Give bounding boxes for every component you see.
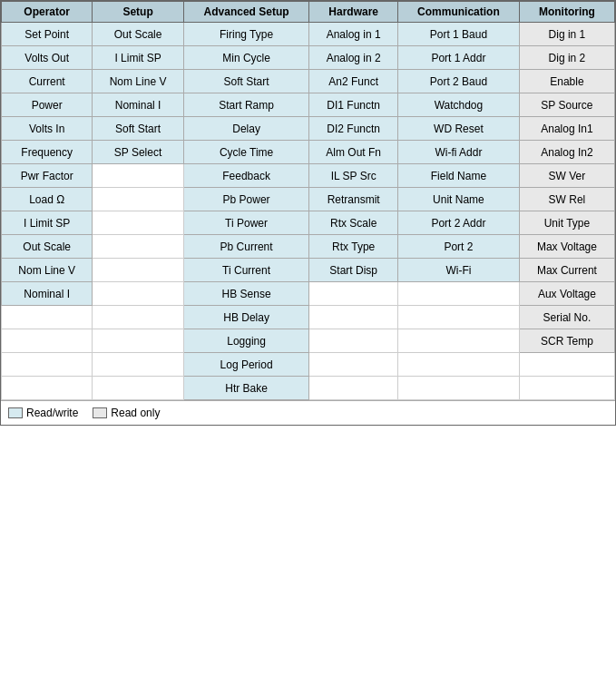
table-row: Nominal IHB SenseAux Voltage (2, 282, 615, 306)
table-cell (93, 164, 183, 188)
header-communication: Communication (397, 2, 519, 23)
table-cell: Rtx Type (309, 235, 398, 259)
table-row: Volts OutI Limit SPMin CycleAnalog in 2P… (2, 46, 615, 70)
table-cell: Serial No. (519, 306, 614, 329)
table-cell (93, 353, 183, 377)
table-cell: Port 2 (397, 235, 519, 259)
table-cell: Unit Name (397, 188, 519, 211)
table-cell: Analog In2 (519, 141, 614, 164)
header-monitoring: Monitoring (519, 2, 614, 23)
table-cell: I Limit SP (2, 211, 93, 235)
table-cell: Firing Type (183, 23, 309, 46)
table-cell: DI1 Functn (309, 93, 398, 117)
table-cell: Max Current (519, 259, 614, 282)
table-cell: Power (2, 93, 93, 117)
header-advanced-setup: Advanced Setup (183, 2, 309, 23)
table-cell: Port 1 Baud (397, 23, 519, 46)
table-cell (309, 353, 398, 377)
table-cell (2, 353, 93, 377)
table-cell: HB Delay (183, 306, 309, 329)
table-cell (2, 306, 93, 329)
table-cell: SCR Temp (519, 329, 614, 353)
table-cell (519, 353, 614, 377)
table-cell (309, 282, 398, 306)
table-cell: Current (2, 70, 93, 93)
legend-ro-box (93, 407, 107, 418)
table-cell: Load Ω (2, 188, 93, 211)
table-cell: Soft Start (93, 117, 183, 141)
header-operator: Operator (2, 2, 93, 23)
table-cell: Unit Type (519, 211, 614, 235)
table-row: Htr Bake (2, 377, 615, 400)
table-cell (93, 259, 183, 282)
table-cell: Wi-Fi (397, 259, 519, 282)
table-cell (309, 329, 398, 353)
table-row: Nom Line VTi CurrentStart DispWi-FiMax C… (2, 259, 615, 282)
table-cell (93, 188, 183, 211)
table-cell: Port 2 Baud (397, 70, 519, 93)
table-cell: Port 2 Addr (397, 211, 519, 235)
table-cell: Set Point (2, 23, 93, 46)
header-row: Operator Setup Advanced Setup Hardware C… (2, 2, 615, 23)
table-cell: Aux Voltage (519, 282, 614, 306)
table-cell: WD Reset (397, 117, 519, 141)
legend-rw-label: Read/write (26, 407, 78, 419)
table-row: I Limit SPTi PowerRtx ScalePort 2 AddrUn… (2, 211, 615, 235)
table-cell: SP Source (519, 93, 614, 117)
legend-ro: Read only (93, 407, 160, 419)
table-row: Volts InSoft StartDelayDI2 FunctnWD Rese… (2, 117, 615, 141)
table-row: HB DelaySerial No. (2, 306, 615, 329)
table-cell: Log Period (183, 353, 309, 377)
table-cell (2, 377, 93, 400)
table-cell: Min Cycle (183, 46, 309, 70)
table-cell: Nominal I (2, 282, 93, 306)
table-cell (93, 282, 183, 306)
table-row: PowerNominal IStart RampDI1 FunctnWatchd… (2, 93, 615, 117)
table-cell: Frequency (2, 141, 93, 164)
parameter-table: Operator Setup Advanced Setup Hardware C… (1, 1, 615, 400)
table-cell: Out Scale (2, 235, 93, 259)
table-cell: Pwr Factor (2, 164, 93, 188)
table-cell: Feedback (183, 164, 309, 188)
table-cell: SW Ver (519, 164, 614, 188)
table-cell: Port 1 Addr (397, 46, 519, 70)
table-cell: Wi-fi Addr (397, 141, 519, 164)
table-cell: Analog in 1 (309, 23, 398, 46)
table-cell: Start Ramp (183, 93, 309, 117)
table-cell: Out Scale (93, 23, 183, 46)
table-cell (397, 329, 519, 353)
table-row: LoggingSCR Temp (2, 329, 615, 353)
table-row: CurrentNom Line VSoft StartAn2 FunctPort… (2, 70, 615, 93)
table-cell (309, 377, 398, 400)
table-cell: SP Select (93, 141, 183, 164)
table-cell (397, 306, 519, 329)
table-cell: Enable (519, 70, 614, 93)
main-table-container: Operator Setup Advanced Setup Hardware C… (0, 0, 616, 426)
table-row: Set PointOut ScaleFiring TypeAnalog in 1… (2, 23, 615, 46)
header-hardware: Hardware (309, 2, 398, 23)
table-cell: Ti Current (183, 259, 309, 282)
legend-rw: Read/write (8, 407, 78, 419)
table-cell (397, 377, 519, 400)
table-cell (93, 235, 183, 259)
table-cell (93, 211, 183, 235)
table-cell: Rtx Scale (309, 211, 398, 235)
table-cell (93, 329, 183, 353)
table-row: FrequencySP SelectCycle TimeAlm Out FnWi… (2, 141, 615, 164)
table-row: Log Period (2, 353, 615, 377)
table-row: Load ΩPb PowerRetransmitUnit NameSW Rel (2, 188, 615, 211)
table-cell: Pb Power (183, 188, 309, 211)
table-cell: IL SP Src (309, 164, 398, 188)
table-cell: Nom Line V (93, 70, 183, 93)
table-cell (397, 282, 519, 306)
table-cell: Volts Out (2, 46, 93, 70)
legend-ro-label: Read only (111, 407, 160, 419)
table-cell: Analog In1 (519, 117, 614, 141)
table-cell: Alm Out Fn (309, 141, 398, 164)
table-cell: Field Name (397, 164, 519, 188)
table-cell: Htr Bake (183, 377, 309, 400)
table-cell: Logging (183, 329, 309, 353)
table-cell: Retransmit (309, 188, 398, 211)
table-cell: I Limit SP (93, 46, 183, 70)
table-cell: HB Sense (183, 282, 309, 306)
